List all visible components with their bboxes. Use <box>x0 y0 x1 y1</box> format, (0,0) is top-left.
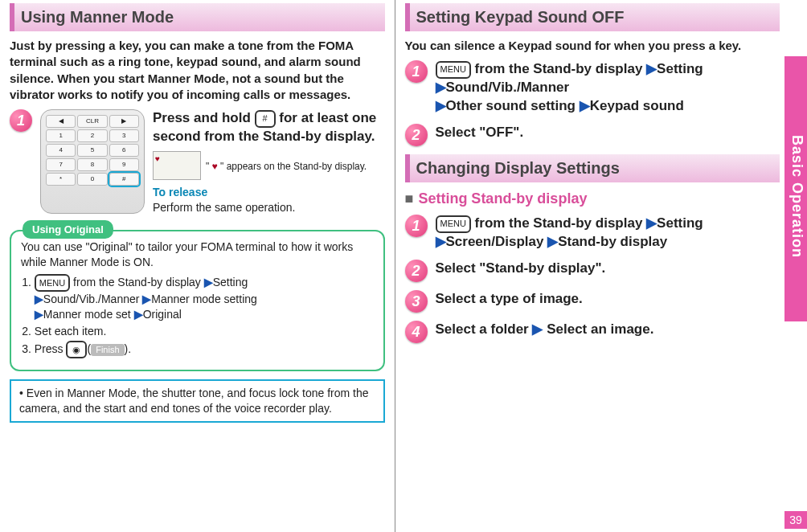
section-title-manner-mode: Using Manner Mode <box>10 3 385 31</box>
arrow-icon: ▶ <box>547 234 558 249</box>
appears-note: " ♥ " appears on the Stand-by display. <box>206 160 367 173</box>
display-step-2: 2 Select "Stand-by display". <box>405 260 780 282</box>
square-bullet-icon: ■ <box>405 190 414 207</box>
arrow-icon: ▶ <box>646 215 657 231</box>
step-number: 1 <box>405 60 428 83</box>
menu-key-icon: MENU <box>35 274 70 292</box>
using-original-tab: Using Original <box>23 220 113 239</box>
menu-key-icon: MENU <box>436 215 471 233</box>
arrow-icon: ▶ <box>134 308 143 321</box>
step-number: 2 <box>405 260 428 282</box>
step-number: 3 <box>405 290 428 313</box>
to-release-label: To release <box>153 185 385 200</box>
arrow-icon: ▶ <box>142 293 151 305</box>
display-step-4: 4 Select a folder ▶ Select an image. <box>405 321 780 343</box>
menu-key-icon: MENU <box>436 61 471 79</box>
section-title-changing-display: Changing Display Settings <box>405 154 780 182</box>
to-release-body: Perform the same operation. <box>153 200 385 215</box>
section-title-keypad-sound-off: Setting Keypad Sound OFF <box>405 3 780 31</box>
arrow-icon: ▶ <box>436 234 446 249</box>
arrow-icon: ▶ <box>35 308 43 321</box>
using-original-callout: Using Original You can use "Original" to… <box>10 230 385 371</box>
phone-illustration: ◀CLR▶ 123 456 789 *0# <box>40 109 145 214</box>
sub-section-standby-display: ■Setting Stand-by display <box>405 189 780 208</box>
arrow-icon: ▶ <box>35 293 43 305</box>
side-tab-basic-operation: Basic Operation <box>784 56 807 321</box>
finish-softkey: Finish <box>91 344 124 356</box>
hash-key-inline-icon: # <box>255 110 276 128</box>
heart-icon: ♥ <box>155 153 160 165</box>
keypad-step-2: 2 Select "OFF". <box>405 124 780 146</box>
camera-key-icon: ◉ <box>66 341 87 358</box>
arrow-icon: ▶ <box>646 61 657 76</box>
keypad-step-1: 1 MENU from the Stand-by display ▶Settin… <box>405 60 780 116</box>
arrow-icon: ▶ <box>204 276 213 289</box>
callout-intro: You can use "Original" to tailor your FO… <box>21 239 374 270</box>
step-1-manner: 1 ◀CLR▶ 123 456 789 *0# Press and hold #… <box>10 109 385 215</box>
manner-mode-note: • Even in Manner Mode, the shutter tone,… <box>10 379 385 423</box>
step-number: 2 <box>405 124 428 146</box>
intro-manner-mode: Just by pressing a key, you can make a t… <box>10 38 385 103</box>
intro-keypad-sound-off: You can silence a Keypad sound for when … <box>405 38 780 54</box>
arrow-icon: ▶ <box>532 321 543 337</box>
hash-key-icon: # <box>109 173 139 186</box>
display-step-1: 1 MENU from the Stand-by display ▶Settin… <box>405 215 780 252</box>
step-number: 1 <box>405 215 428 237</box>
callout-step-3: Press ◉(Finish). <box>35 341 374 358</box>
step-number: 1 <box>10 109 32 132</box>
heart-icon: ♥ <box>212 161 218 172</box>
arrow-icon: ▶ <box>436 80 446 95</box>
callout-step-1: MENU from the Stand-by display ▶Setting … <box>35 274 374 322</box>
display-step-3: 3 Select a type of image. <box>405 290 780 313</box>
standby-mini-screen: ♥ <box>153 151 201 180</box>
step1-text-a: Press and hold <box>153 110 255 125</box>
callout-step-2: Set each item. <box>35 324 374 339</box>
arrow-icon: ▶ <box>580 98 590 113</box>
arrow-icon: ▶ <box>436 98 446 113</box>
step-number: 4 <box>405 321 428 343</box>
page-number: 39 <box>784 511 807 529</box>
